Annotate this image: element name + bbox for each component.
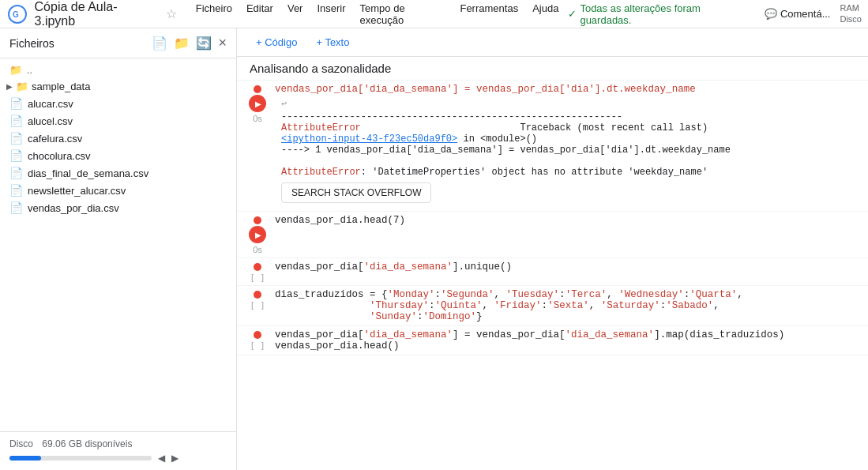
cell-1-output-arrow: ↩ — [281, 98, 862, 110]
cell-3-right-bracket: ] — [259, 273, 264, 282]
notebook-toolbar: + Código + Texto — [237, 28, 868, 57]
cell-4-content[interactable]: dias_traduzidos = {'Monday':'Segunda', '… — [275, 289, 862, 322]
file-label: newsletter_alucar.csv — [28, 185, 126, 197]
cell-2-content[interactable]: vendas_por_dia.head(7) — [275, 215, 862, 226]
file-icon: 📄 — [9, 132, 23, 145]
sidebar-item-parent[interactable]: 📁 .. — [0, 62, 236, 78]
cell-5-error-dot — [254, 331, 261, 339]
cell-1-run-button[interactable]: ▶ — [249, 95, 266, 112]
cell-1-error-dot — [254, 85, 261, 93]
cell-1-bracket: 0s — [253, 114, 262, 123]
cell-3-bracket-wrapper: [ ] — [251, 273, 264, 282]
sidebar-item-newsletter[interactable]: 📄 newsletter_alucar.csv — [0, 182, 236, 199]
cell-4: [ ] dias_traduzidos = {'Monday':'Segunda… — [237, 286, 868, 326]
parent-label: .. — [27, 64, 32, 76]
cell-5-left-bracket: [ — [251, 340, 256, 350]
file-label: dias_final_de_semana.csv — [28, 167, 148, 179]
notebook: + Código + Texto Analisando a sazonalida… — [237, 28, 868, 470]
new-folder-icon[interactable]: 📁 — [174, 36, 190, 51]
sidebar-item-chocolura[interactable]: 📄 chocolura.csv — [0, 147, 236, 164]
cell-2-bracket: 0s — [253, 245, 262, 254]
sidebar-item-cafelura[interactable]: 📄 cafelura.csv — [0, 130, 236, 147]
checkmark-icon: ✓ — [568, 8, 577, 20]
menu-ajuda[interactable]: Ajuda — [526, 0, 565, 29]
cell-2: ▶ 0s vendas_por_dia.head(7) — [237, 212, 868, 258]
file-label: alucel.csv — [28, 115, 73, 127]
file-icon: 📄 — [9, 149, 23, 162]
folder-label: sample_data — [32, 81, 90, 92]
file-icon: 📄 — [9, 97, 23, 110]
disk-scroll-right[interactable]: ▶ — [171, 453, 178, 464]
traceback: ----------------------------------------… — [281, 111, 862, 178]
search-stackoverflow-button[interactable]: SEARCH STACK OVERFLOW — [281, 182, 431, 203]
file-icon: 📄 — [9, 167, 23, 179]
cell-3-left-bracket: [ — [251, 273, 256, 282]
comment-label: Comentá... — [780, 8, 831, 20]
sidebar-content: 📁 .. ▶ 📁 sample_data 📄 alucar.csv 📄 aluc… — [0, 58, 236, 431]
cell-3-gutter: [ ] — [243, 261, 272, 282]
menu-editar[interactable]: Editar — [240, 0, 280, 29]
sidebar-item-dias[interactable]: 📄 dias_final_de_semana.csv — [0, 164, 236, 182]
folder-icon: 📁 — [16, 81, 28, 92]
save-status: ✓ Todas as alterações foram guardadas. — [568, 2, 751, 26]
disk-size: 69.06 GB disponíveis — [42, 438, 132, 449]
cell-4-left-bracket: [ — [251, 300, 256, 310]
disk-label-top: Disco — [840, 14, 862, 24]
cell-5-gutter: [ ] — [243, 329, 272, 350]
svg-text:G: G — [13, 10, 19, 19]
file-icon: 📄 — [9, 115, 23, 127]
cell-3: [ ] vendas_por_dia['dia_da_semana'].uniq… — [237, 258, 868, 286]
cell-1: ▶ 0s vendas_por_dia['dia_da_semana'] = v… — [237, 81, 868, 212]
cell-5: [ ] vendas_por_dia['dia_da_semana'] = ve… — [237, 326, 868, 355]
sidebar-item-vendas[interactable]: 📄 vendas_por_dia.csv — [0, 199, 236, 216]
file-label: chocolura.csv — [28, 150, 90, 162]
cell-3-content[interactable]: vendas_por_dia['dia_da_semana'].unique() — [275, 261, 862, 273]
new-file-icon[interactable]: 📄 — [152, 36, 167, 51]
file-label: alucar.csv — [28, 98, 73, 110]
cell-4-code[interactable]: dias_traduzidos = {'Monday':'Segunda', '… — [275, 289, 862, 322]
play-icon: ▶ — [255, 231, 261, 239]
disk-info: Disco 69.06 GB disponíveis — [9, 438, 227, 449]
sidebar-bottom: Disco 69.06 GB disponíveis ◀ ▶ — [0, 431, 236, 470]
menu-inserir[interactable]: Inserir — [310, 0, 351, 29]
disk-progress-bar — [9, 456, 152, 461]
menu-ferramentas[interactable]: Ferramentas — [453, 0, 524, 29]
cell-1-code[interactable]: vendas_por_dia['dia_da_semana'] = vendas… — [275, 84, 862, 95]
file-icon: 📄 — [9, 184, 23, 197]
menu-ver[interactable]: Ver — [281, 0, 310, 29]
main-layout: Ficheiros 📄 📁 🔄 × 📁 .. ▶ 📁 sample_data 📄… — [0, 28, 868, 470]
add-text-button[interactable]: + Texto — [310, 33, 355, 51]
comment-icon: 💬 — [765, 8, 777, 20]
sidebar-item-alucel[interactable]: 📄 alucel.csv — [0, 112, 236, 130]
cell-5-code[interactable]: vendas_por_dia['dia_da_semana'] = vendas… — [275, 329, 862, 352]
cell-1-output: ↩ --------------------------------------… — [281, 98, 862, 208]
file-label: cafelura.csv — [28, 133, 82, 145]
top-bar: G Cópia de Aula-3.ipynb ☆ Ficheiro Edita… — [0, 0, 868, 28]
refresh-icon[interactable]: 🔄 — [196, 36, 212, 51]
file-icon: 📄 — [9, 201, 23, 214]
menu-bar: Ficheiro Editar Ver Inserir Tempo de exe… — [190, 0, 566, 29]
sidebar-item-alucar[interactable]: 📄 alucar.csv — [0, 95, 236, 112]
cell-2-code[interactable]: vendas_por_dia.head(7) — [275, 215, 862, 226]
disk-scroll-left[interactable]: ◀ — [158, 453, 165, 464]
file-label: vendas_por_dia.csv — [28, 202, 119, 214]
cell-2-gutter: ▶ 0s — [243, 215, 272, 254]
google-logo: G — [6, 3, 28, 25]
cell-2-run-button[interactable]: ▶ — [249, 226, 266, 243]
traceback-link[interactable]: <ipython-input-43-f23ec50da9f0> — [281, 133, 457, 145]
cell-3-code[interactable]: vendas_por_dia['dia_da_semana'].unique() — [275, 261, 862, 273]
disk-progress-fill — [9, 456, 41, 461]
ram-disk-info: RAM Disco — [840, 3, 862, 24]
cell-4-error-dot — [254, 291, 261, 299]
close-icon[interactable]: × — [218, 35, 227, 51]
menu-ficheiro[interactable]: Ficheiro — [190, 0, 239, 29]
sidebar-item-sample-data[interactable]: ▶ 📁 sample_data — [0, 78, 236, 95]
disk-label: Disco — [9, 438, 33, 449]
comment-button[interactable]: 💬 Comentá... — [765, 8, 831, 20]
cell-5-right-bracket: ] — [259, 340, 264, 350]
cell-5-content[interactable]: vendas_por_dia['dia_da_semana'] = vendas… — [275, 329, 862, 352]
menu-tempo[interactable]: Tempo de execução — [354, 0, 453, 29]
save-status-text: Todas as alterações foram guardadas. — [580, 2, 751, 26]
add-code-button[interactable]: + Código — [250, 33, 303, 51]
star-icon[interactable]: ☆ — [166, 6, 177, 21]
